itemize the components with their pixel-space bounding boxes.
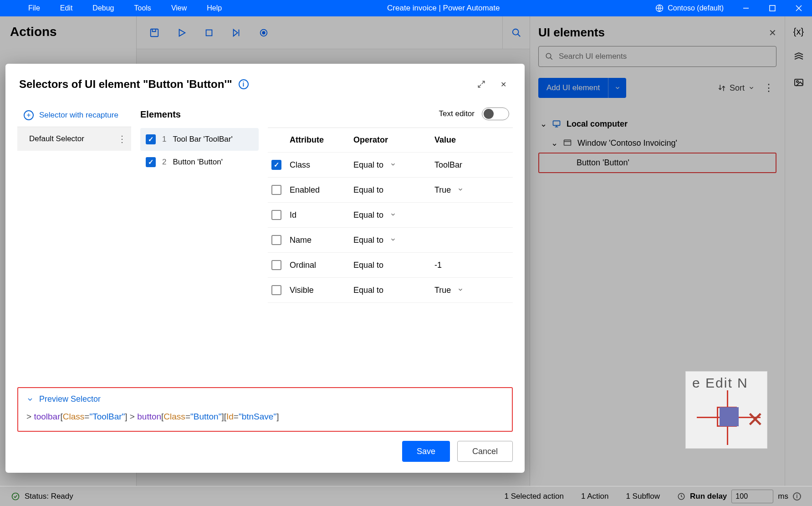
col-operator: Operator [353, 135, 434, 145]
attribute-row[interactable]: IdEqual to [268, 203, 513, 228]
selector-name: Default Selector [29, 134, 84, 143]
element-index: 2 [162, 158, 166, 167]
preview-selector-label: Preview Selector [39, 394, 101, 404]
attribute-name: Visible [290, 286, 353, 295]
status-bar: Status: Ready 1 Selected action 1 Action… [0, 486, 812, 506]
checkbox[interactable] [146, 134, 156, 144]
check-circle-icon [11, 492, 20, 501]
operator-cell[interactable]: Equal to [353, 210, 434, 220]
checkbox[interactable] [271, 185, 281, 195]
operator-cell[interactable]: Equal to [353, 160, 434, 170]
disk-icon [720, 407, 739, 426]
checkbox[interactable] [146, 157, 156, 167]
menu-bar: File Edit Debug Tools View Help [0, 4, 232, 12]
attribute-row[interactable]: ClassEqual toToolBar [268, 153, 513, 178]
info-icon[interactable]: i [793, 492, 801, 501]
thumbnail-caption: e Edit N [686, 372, 767, 394]
selector-builder-dialog: Selectors of UI element "Button 'Button'… [5, 64, 525, 473]
status-subflows: 1 Subflow [626, 492, 660, 501]
titlebar: File Edit Debug Tools View Help Create i… [0, 0, 812, 16]
value-cell[interactable]: ToolBar [434, 160, 507, 170]
dialog-close-button[interactable]: ✕ [495, 77, 511, 92]
window-title: Create invoice | Power Automate [232, 4, 655, 13]
attribute-table: Attribute Operator Value ClassEqual toTo… [268, 128, 513, 303]
col-attribute: Attribute [290, 135, 353, 145]
operator-cell[interactable]: Equal to [353, 185, 434, 195]
info-icon[interactable]: i [239, 79, 249, 89]
save-button[interactable]: Save [402, 441, 450, 462]
chevron-down-icon[interactable] [457, 186, 464, 193]
element-label: Button 'Button' [173, 158, 223, 167]
run-delay-input[interactable] [731, 490, 773, 503]
run-delay-unit: ms [778, 492, 788, 501]
menu-view[interactable]: View [161, 4, 197, 12]
chevron-down-icon[interactable] [390, 161, 396, 168]
attribute-name: Enabled [290, 185, 353, 195]
value-cell[interactable]: True [434, 185, 507, 195]
checkbox[interactable] [271, 285, 281, 295]
elements-header: Elements [140, 104, 259, 128]
selector-with-recapture-button[interactable]: + Selector with recapture [17, 104, 131, 127]
dialog-title: Selectors of UI element "Button 'Button'… [19, 78, 232, 91]
recapture-label: Selector with recapture [39, 111, 118, 120]
svg-rect-2 [770, 5, 775, 11]
window-controls [733, 0, 812, 16]
attribute-row[interactable]: VisibleEqual toTrue [268, 278, 513, 303]
checkbox[interactable] [271, 260, 281, 270]
element-index: 1 [162, 135, 166, 144]
globe-icon [655, 4, 664, 13]
status-actions: 1 Action [581, 492, 609, 501]
menu-edit[interactable]: Edit [50, 4, 83, 12]
preview-selector-text: > toolbar[Class="ToolBar"] > button[Clas… [26, 411, 504, 422]
attribute-name: Id [290, 210, 353, 220]
menu-debug[interactable]: Debug [82, 4, 124, 12]
attribute-row[interactable]: NameEqual to [268, 228, 513, 253]
attribute-row[interactable]: EnabledEqual toTrue [268, 178, 513, 203]
operator-cell[interactable]: Equal to [353, 235, 434, 245]
svg-point-21 [12, 493, 19, 500]
close-button[interactable] [786, 0, 812, 16]
ui-element-thumbnail: e Edit N ✕ [685, 371, 767, 449]
element-row[interactable]: 1Tool Bar 'ToolBar' [140, 128, 259, 151]
minimize-button[interactable] [733, 0, 759, 16]
preview-selector-box: Preview Selector > toolbar[Class="ToolBa… [17, 387, 513, 432]
attribute-name: Class [290, 160, 353, 170]
cancel-button[interactable]: Cancel [457, 441, 513, 462]
attribute-row[interactable]: OrdinalEqual to-1 [268, 253, 513, 278]
environment-label: Contoso (default) [668, 4, 724, 12]
x-icon: ✕ [746, 407, 764, 432]
chevron-down-icon[interactable] [390, 236, 396, 243]
chevron-down-icon[interactable] [457, 286, 464, 293]
menu-help[interactable]: Help [197, 4, 232, 12]
maximize-button[interactable] [759, 0, 786, 16]
text-editor-toggle[interactable] [482, 107, 509, 120]
run-delay-label: Run delay [690, 492, 727, 501]
col-value: Value [434, 135, 507, 145]
preview-selector-toggle[interactable]: Preview Selector [26, 394, 504, 404]
attribute-name: Name [290, 235, 353, 245]
clock-icon [677, 492, 685, 501]
text-editor-label: Text editor [439, 109, 475, 118]
value-cell[interactable]: True [434, 286, 507, 295]
selector-list-item[interactable]: Default Selector ⋮ [17, 127, 131, 151]
more-icon[interactable]: ⋮ [117, 133, 127, 144]
checkbox[interactable] [271, 210, 281, 220]
chevron-down-icon [26, 396, 34, 403]
checkbox[interactable] [271, 160, 281, 170]
operator-cell[interactable]: Equal to [353, 286, 434, 295]
plus-icon: + [24, 110, 34, 120]
expand-dialog-button[interactable] [474, 77, 489, 92]
status-ready: Status: Ready [11, 492, 73, 501]
status-selected-actions: 1 Selected action [504, 492, 563, 501]
operator-cell[interactable]: Equal to [353, 261, 434, 270]
element-row[interactable]: 2Button 'Button' [140, 151, 259, 174]
value-cell[interactable]: -1 [434, 261, 507, 270]
element-label: Tool Bar 'ToolBar' [173, 135, 232, 144]
checkbox[interactable] [271, 235, 281, 245]
attribute-name: Ordinal [290, 261, 353, 270]
menu-tools[interactable]: Tools [124, 4, 161, 12]
menu-file[interactable]: File [18, 4, 50, 12]
environment-picker[interactable]: Contoso (default) [655, 4, 724, 13]
chevron-down-icon[interactable] [390, 211, 396, 218]
